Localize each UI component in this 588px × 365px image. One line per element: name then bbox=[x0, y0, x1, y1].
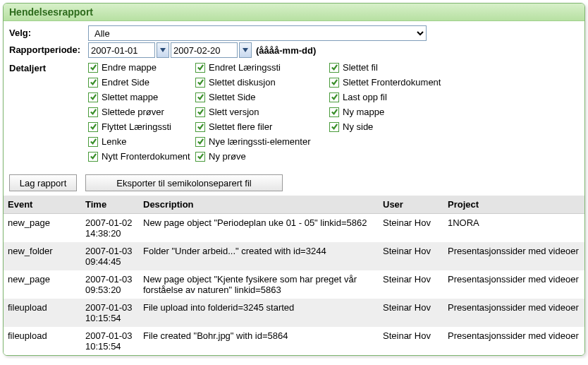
checkbox-label: Last opp fil bbox=[343, 92, 387, 102]
table-row: fileupload2007-01-03 10:15:54File create… bbox=[4, 327, 584, 355]
checkbox-item[interactable]: Ny mappe bbox=[329, 107, 456, 117]
lag-rapport-button[interactable]: Lag rapport bbox=[9, 174, 77, 191]
checkbox-item[interactable]: Slettet mappe bbox=[88, 92, 195, 102]
checkbox-icon[interactable] bbox=[88, 137, 98, 147]
checkbox-item[interactable]: Ny prøve bbox=[195, 151, 329, 162]
cell-user: Steinar Hov bbox=[379, 270, 443, 299]
cell-project: Presentasjonssider med videoer bbox=[443, 327, 584, 355]
detaljert-label: Detaljert bbox=[9, 61, 88, 73]
eksporter-button[interactable]: Eksporter til semikolonseparert fil bbox=[85, 174, 283, 191]
checkbox-icon[interactable] bbox=[329, 107, 339, 117]
checkbox-icon[interactable] bbox=[329, 122, 339, 132]
velg-row: Velg: Alle bbox=[9, 25, 579, 41]
cell-description: File created "Bohr.jpg" with id=5864 bbox=[139, 327, 379, 355]
checkbox-item[interactable]: Slettet fil bbox=[329, 62, 456, 73]
checkbox-icon[interactable] bbox=[329, 78, 339, 88]
table-row: fileupload2007-01-03 10:15:54File upload… bbox=[4, 299, 584, 327]
checkbox-icon[interactable] bbox=[195, 122, 205, 132]
checkbox-item[interactable]: Flyttet Læringssti bbox=[88, 121, 195, 132]
checkbox-label: Lenke bbox=[102, 136, 126, 147]
panel-title: Hendelsesrapport bbox=[4, 4, 584, 21]
th-user: User bbox=[379, 196, 443, 214]
table-body: new_page2007-01-02 14:38:20New page obje… bbox=[4, 214, 584, 356]
date-to-dropdown-icon[interactable] bbox=[239, 42, 252, 58]
velg-control: Alle bbox=[88, 25, 579, 41]
rapportperiode-label: Rapportperiode: bbox=[9, 42, 88, 55]
checkbox-item[interactable]: Lenke bbox=[88, 136, 195, 147]
checkbox-label: Nye læringssti-elementer bbox=[209, 136, 311, 147]
th-project: Project bbox=[443, 196, 584, 214]
checkbox-icon[interactable] bbox=[88, 152, 98, 162]
checkbox-icon[interactable] bbox=[88, 92, 98, 102]
checkbox-icon[interactable] bbox=[195, 63, 205, 73]
checkbox-item[interactable]: Endret Side bbox=[88, 77, 195, 88]
date-format-hint: (åååå-mm-dd) bbox=[256, 45, 316, 56]
svg-marker-1 bbox=[243, 48, 248, 52]
cell-user: Steinar Hov bbox=[379, 242, 443, 270]
cell-user: Steinar Hov bbox=[379, 214, 443, 243]
checkbox-icon[interactable] bbox=[195, 78, 205, 88]
checkbox-label: Ny side bbox=[343, 121, 373, 132]
cell-event: new_page bbox=[4, 270, 81, 299]
checkbox-item[interactable]: Last opp fil bbox=[329, 92, 456, 102]
checkbox-item[interactable]: Slettet flere filer bbox=[195, 121, 329, 132]
velg-select[interactable]: Alle bbox=[88, 25, 427, 41]
checkbox-label: Slettet fil bbox=[343, 62, 378, 73]
checkbox-item[interactable]: Nytt Fronterdokument bbox=[88, 151, 195, 162]
cell-event: fileupload bbox=[4, 299, 81, 327]
checkbox-icon[interactable] bbox=[88, 122, 98, 132]
checkbox-icon[interactable] bbox=[195, 137, 205, 147]
checkbox-item[interactable]: Slettet Side bbox=[195, 92, 329, 102]
table-row: new_folder2007-01-03 09:44:45Folder "Und… bbox=[4, 242, 584, 270]
cell-user: Steinar Hov bbox=[379, 299, 443, 327]
date-to-input[interactable] bbox=[171, 42, 238, 58]
checkbox-icon[interactable] bbox=[195, 152, 205, 162]
checkbox-label: Slettet diskusjon bbox=[209, 77, 276, 88]
checkbox-icon[interactable] bbox=[88, 78, 98, 88]
checkbox-item[interactable]: Endre mappe bbox=[88, 62, 195, 73]
checkbox-grid: Endre mappeEndret SideSlettet mappeSlett… bbox=[88, 61, 579, 162]
cell-project: Presentasjonssider med videoer bbox=[443, 242, 584, 270]
cell-time: 2007-01-03 09:44:45 bbox=[81, 242, 139, 270]
checkbox-icon[interactable] bbox=[195, 92, 205, 102]
cell-event: new_folder bbox=[4, 242, 81, 270]
cell-description: New page object "Kjente fysikere som har… bbox=[139, 270, 379, 299]
checkbox-item[interactable]: Slettet diskusjon bbox=[195, 77, 329, 88]
checkbox-item[interactable]: Nye læringssti-elementer bbox=[195, 136, 329, 147]
report-panel: Hendelsesrapport Velg: Alle Rapportperio… bbox=[3, 3, 585, 356]
cell-project: Presentasjonssider med videoer bbox=[443, 270, 584, 299]
th-time: Time bbox=[81, 196, 139, 214]
checkbox-label: Slettet Fronterdokument bbox=[343, 77, 441, 88]
checkbox-label: Ny mappe bbox=[343, 107, 384, 117]
panel-body: Velg: Alle Rapportperiode: (åååå-mm-dd) bbox=[4, 21, 584, 167]
date-from-dropdown-icon[interactable] bbox=[157, 42, 169, 58]
checkbox-label: Endre mappe bbox=[102, 62, 157, 73]
table-head: Event Time Description User Project bbox=[4, 196, 584, 214]
checkbox-icon[interactable] bbox=[329, 92, 339, 102]
date-from-input[interactable] bbox=[88, 42, 155, 58]
checkbox-item[interactable]: Slettede prøver bbox=[88, 107, 195, 117]
checkbox-label: Slettet flere filer bbox=[209, 121, 272, 132]
checkbox-label: Endret Side bbox=[102, 77, 149, 88]
th-event: Event bbox=[4, 196, 81, 214]
rapportperiode-row: Rapportperiode: (åååå-mm-dd) bbox=[9, 42, 579, 58]
checkbox-label: Nytt Fronterdokument bbox=[102, 151, 190, 162]
checkbox-icon[interactable] bbox=[195, 107, 205, 117]
checkbox-item[interactable]: Slettet Fronterdokument bbox=[329, 77, 456, 88]
checkbox-item[interactable]: Ny side bbox=[329, 121, 456, 132]
date-controls: (åååå-mm-dd) bbox=[88, 42, 579, 58]
checkbox-col-2: Endret LæringsstiSlettet diskusjonSlette… bbox=[195, 61, 329, 162]
checkbox-label: Slettede prøver bbox=[102, 107, 164, 117]
cell-time: 2007-01-02 14:38:20 bbox=[81, 214, 139, 243]
cell-time: 2007-01-03 10:15:54 bbox=[81, 299, 139, 327]
checkbox-label: Flyttet Læringssti bbox=[102, 121, 171, 132]
checkbox-icon[interactable] bbox=[329, 63, 339, 73]
checkbox-label: Slettet mappe bbox=[102, 92, 158, 102]
checkbox-item[interactable]: Slett versjon bbox=[195, 107, 329, 117]
cell-time: 2007-01-03 10:15:54 bbox=[81, 327, 139, 355]
checkbox-icon[interactable] bbox=[88, 63, 98, 73]
checkbox-label: Ny prøve bbox=[209, 151, 246, 162]
checkbox-icon[interactable] bbox=[88, 107, 98, 117]
checkbox-item[interactable]: Endret Læringssti bbox=[195, 62, 329, 73]
table-row: new_page2007-01-02 14:38:20New page obje… bbox=[4, 214, 584, 243]
